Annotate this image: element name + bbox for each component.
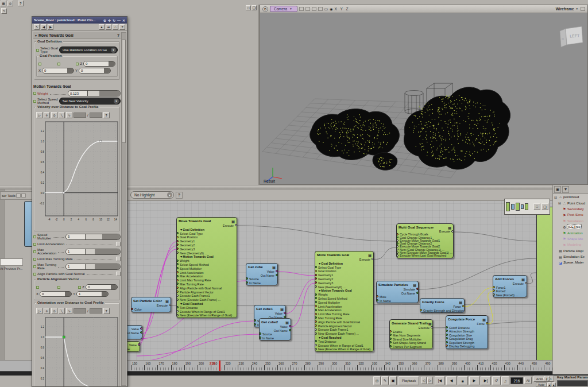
node-menu-icon[interactable]: ▤ bbox=[272, 265, 276, 269]
port-dot[interactable] bbox=[315, 301, 317, 303]
goal-position-x-field[interactable]: 0 bbox=[42, 68, 74, 73]
node-menu-icon[interactable]: ▤ bbox=[165, 299, 169, 303]
spinner[interactable] bbox=[102, 292, 108, 296]
section-move-towards-goal[interactable]: ▼ Move Towards Goal ? bbox=[33, 32, 121, 39]
anim-divot[interactable] bbox=[33, 100, 36, 103]
node-port-display-debugging[interactable]: Display Debugging bbox=[446, 345, 488, 349]
node-port-color[interactable]: Color bbox=[131, 308, 171, 312]
port-dot[interactable] bbox=[315, 316, 317, 319]
port-dot[interactable] bbox=[315, 332, 317, 335]
node-port-particle-alignment-vector[interactable]: Particle Alignment Vector bbox=[177, 291, 237, 295]
globe-icon[interactable]: ⊕ bbox=[103, 18, 106, 22]
explorer-item-point-cloud[interactable]: ⊟∴Point Cloud bbox=[553, 200, 588, 206]
align-particle-checkbox[interactable] bbox=[116, 272, 121, 276]
node-port-new-geometry0-[interactable]: New (Geometry0) ... bbox=[177, 251, 237, 256]
anim-divot[interactable] bbox=[33, 250, 36, 253]
port-dot[interactable] bbox=[177, 243, 179, 246]
record-icon[interactable]: ◎ bbox=[7, 1, 13, 6]
go-icon[interactable]: ➡ bbox=[106, 24, 111, 30]
play-button[interactable]: ▶ bbox=[469, 376, 479, 385]
port-dot[interactable] bbox=[493, 286, 495, 288]
node-port-geometry3[interactable]: Geometry3 bbox=[177, 247, 237, 251]
pencil-icon[interactable]: ✎ bbox=[1, 8, 7, 14]
eraser-icon[interactable]: ✎ bbox=[381, 376, 389, 385]
node-port-new-execute-when-in-range-of-goal-[interactable]: New (Execute When in Range of Goal) ... bbox=[315, 347, 373, 351]
spinner[interactable] bbox=[65, 292, 71, 296]
audio-icon[interactable]: ♫ bbox=[501, 376, 509, 385]
memo-cam-4[interactable] bbox=[318, 7, 323, 11]
node-port-max-acceleration[interactable]: Max Acceleration bbox=[315, 308, 373, 312]
node-menu-icon[interactable]: ▤ bbox=[482, 318, 486, 322]
anim-divot[interactable] bbox=[76, 63, 79, 65]
step-forward-icon[interactable]: ▷ bbox=[427, 377, 433, 384]
curve-preset-button[interactable] bbox=[74, 113, 86, 118]
anim-divot[interactable] bbox=[33, 258, 36, 261]
node-port-weight[interactable]: Weight bbox=[315, 293, 373, 297]
port-dot[interactable] bbox=[315, 324, 317, 327]
node-port-limit-max-turning-rate[interactable]: Limit Max Turning Rate bbox=[177, 278, 237, 282]
node-port-geometry2[interactable]: Geometry2 bbox=[315, 277, 373, 281]
node-menu-icon[interactable]: ▤ bbox=[448, 226, 451, 230]
explorer-item-scene-mater[interactable]: ◪Scene_Mater bbox=[553, 260, 588, 265]
anchor-icon[interactable]: ∩ bbox=[113, 24, 118, 30]
monitor-icon[interactable]: ▭ bbox=[324, 7, 328, 11]
port-dot[interactable] bbox=[246, 281, 248, 284]
alignment-x-field[interactable]: 0 bbox=[40, 291, 72, 297]
node-port-align-particle-with-goal-normal[interactable]: Align Particle with Goal Normal bbox=[177, 287, 237, 291]
port-dot[interactable] bbox=[397, 239, 399, 242]
port-dot[interactable] bbox=[177, 251, 179, 254]
anim-divot[interactable] bbox=[33, 235, 36, 238]
spinner[interactable] bbox=[109, 61, 115, 66]
port-dot[interactable] bbox=[397, 254, 399, 257]
node-port-execute[interactable]: Execute bbox=[131, 304, 171, 308]
curve-pan-icon[interactable]: ✛ bbox=[44, 308, 50, 314]
port-dot[interactable] bbox=[177, 282, 179, 285]
node-menu-icon[interactable]: ▤ bbox=[368, 253, 372, 257]
memo-cam-1[interactable] bbox=[299, 7, 304, 11]
goal-position-z-field[interactable]: 0 bbox=[83, 61, 115, 67]
port-dot[interactable] bbox=[315, 309, 317, 311]
minimize-button[interactable]: — bbox=[117, 18, 121, 22]
window-restore-icon[interactable]: ❏ bbox=[252, 5, 257, 10]
node-port-max-turning-rate[interactable]: Max Turning Rate bbox=[315, 316, 373, 320]
explorer-item-simulation[interactable]: ⚑Simulation bbox=[553, 218, 588, 224]
node-port-limit-max-turning-rate[interactable]: Limit Max Turning Rate bbox=[315, 312, 373, 316]
section-help-icon[interactable]: ? bbox=[117, 33, 119, 37]
ice-help-button[interactable]: ? bbox=[176, 192, 183, 199]
anim-divot[interactable] bbox=[78, 286, 81, 289]
port-dot[interactable] bbox=[493, 293, 495, 296]
port-dot[interactable] bbox=[260, 336, 261, 339]
loop-button[interactable]: ↺ bbox=[492, 376, 501, 385]
explorer-item-modeling[interactable]: ⚑Modeling bbox=[553, 242, 588, 247]
ice-node-move-towards-goal-2[interactable]: Move Towards Goal▤Execute▼Goal Definitio… bbox=[315, 251, 374, 352]
spinner[interactable] bbox=[67, 68, 74, 73]
port-dot[interactable] bbox=[254, 319, 256, 322]
node-port-new-execute-each-frame-[interactable]: New (Execute Each Frame) ... bbox=[315, 332, 373, 336]
port-dot[interactable] bbox=[131, 308, 133, 310]
node-port-goal-position[interactable]: Goal Position bbox=[315, 269, 373, 273]
curve-preset-button[interactable] bbox=[90, 113, 102, 118]
port-dot[interactable] bbox=[315, 281, 317, 284]
node-port-geometry2[interactable]: Geometry2 bbox=[177, 243, 237, 247]
ppg-help-icon[interactable]: ? bbox=[119, 24, 125, 30]
axis-toggle[interactable]: X Y Z bbox=[334, 7, 349, 11]
node-port-speed-multiplier[interactable]: Speed Multiplier bbox=[177, 267, 237, 271]
ppg-title-bar[interactable]: Scene_Root : pointcloud : Point Clo... ⊕… bbox=[32, 17, 127, 24]
port-dot[interactable] bbox=[446, 341, 448, 343]
next-page-icon[interactable]: ▶ bbox=[48, 24, 53, 30]
auto-prev-icon[interactable]: ◀ bbox=[547, 382, 551, 387]
stop-button[interactable]: ■ bbox=[458, 376, 468, 385]
node-port-align-particle-with-goal-normal[interactable]: Align Particle with Goal Normal bbox=[315, 320, 373, 324]
port-dot[interactable] bbox=[315, 328, 317, 331]
port-dot[interactable] bbox=[246, 277, 248, 280]
node-port-geometry1[interactable]: Geometry1 bbox=[315, 273, 373, 277]
port-dot[interactable] bbox=[315, 277, 317, 280]
alignment-y-field[interactable]: 1 bbox=[76, 291, 109, 297]
node-port-execute-when-in-range-of-goal1[interactable]: Execute When in Range of Goal1 bbox=[315, 344, 373, 348]
play-backward-button[interactable]: ◀ bbox=[446, 376, 457, 385]
viewport-canvas[interactable]: LEFTD Result bbox=[260, 14, 587, 184]
left-list-item[interactable] bbox=[0, 258, 23, 266]
pin-icon[interactable]: ✛ bbox=[108, 18, 111, 22]
graph-navigator[interactable]: □ ❏ bbox=[504, 199, 550, 215]
port-dot[interactable] bbox=[397, 251, 399, 254]
